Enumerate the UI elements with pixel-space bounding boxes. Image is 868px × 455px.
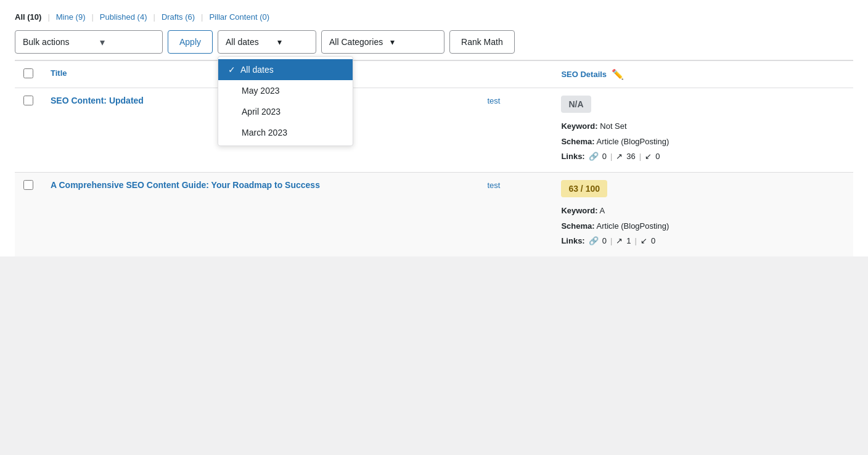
row1-internal-count: 0 (602, 149, 607, 165)
table-row: SEO Content: Updated test N/A Keyword: N… (15, 88, 853, 173)
posts-table: Title SEO Details ✏️ SEO Content: Updat (15, 60, 853, 256)
row2-title-cell: A Comprehensive SEO Content Guide: Your … (42, 173, 478, 257)
seo-details-link[interactable]: SEO Details (561, 70, 607, 79)
row1-schema-line: Schema: Article (BlogPosting) (561, 134, 845, 150)
row2-seo-score-badge: 63 / 100 (561, 180, 607, 197)
row2-keyword-value: A (600, 206, 605, 215)
row1-author-cell: test (478, 88, 552, 173)
row2-title-link[interactable]: A Comprehensive SEO Content Guide: Your … (51, 180, 320, 190)
external-link-icon: ↗ (616, 149, 623, 165)
row1-keyword-value: Not Set (600, 121, 626, 131)
row2-schema-label: Schema: (561, 221, 594, 231)
row2-links-line: Links: 🔗 0 | ↗ 1 | ↙ 0 (561, 234, 845, 249)
bulk-actions-label: Bulk actions (23, 37, 69, 47)
date-chevron-icon: ▾ (277, 37, 282, 47)
row2-seo-cell: 63 / 100 Keyword: A Schema: Article (Blo… (552, 173, 853, 257)
categories-select[interactable]: All Categories ▾ (321, 30, 444, 54)
sep-3: | (153, 12, 155, 22)
seo-details-header: SEO Details ✏️ (561, 68, 845, 80)
row1-author-link[interactable]: test (487, 96, 500, 105)
row1-checkbox[interactable] (23, 96, 33, 105)
toolbar: Bulk actions ▾ Apply All dates ▾ ✓ All d… (15, 30, 853, 60)
date-option-may-label: May 2023 (242, 86, 279, 96)
row2-checkbox[interactable] (23, 180, 33, 190)
seo-col-header: SEO Details ✏️ (552, 60, 853, 88)
bulk-actions-chevron-icon: ▾ (100, 36, 105, 48)
tab-mine[interactable]: Mine (9) (56, 12, 86, 22)
categories-label: All Categories (329, 37, 383, 47)
row1-links-label: Links: (561, 149, 584, 165)
sep-4: | (201, 12, 203, 22)
inbound-link-icon: ↙ (645, 149, 652, 165)
link-icon2: 🔗 (589, 234, 599, 249)
date-option-april[interactable]: April 2023 (218, 101, 353, 122)
bulk-actions-select[interactable]: Bulk actions ▾ (15, 30, 163, 54)
row1-keyword-line: Keyword: Not Set (561, 119, 845, 134)
row2-inbound-count: 0 (651, 234, 655, 249)
tab-drafts[interactable]: Drafts (6) (162, 12, 195, 22)
row2-seo-meta: Keyword: A Schema: Article (BlogPosting)… (561, 203, 845, 249)
row1-keyword-label: Keyword: (561, 121, 597, 131)
row2-internal-count: 0 (602, 234, 607, 249)
apply-button[interactable]: Apply (168, 30, 213, 54)
checkmark-icon: ✓ (228, 65, 235, 75)
row2-keyword-line: Keyword: A (561, 203, 845, 219)
row1-links-line: Links: 🔗 0 | ↗ 36 | ↙ 0 (561, 149, 845, 165)
external-link-icon2: ↗ (616, 234, 623, 249)
row2-author-cell: test (478, 173, 552, 257)
row1-seo-meta: Keyword: Not Set Schema: Article (BlogPo… (561, 119, 845, 165)
tab-all[interactable]: All (10) (15, 12, 41, 22)
date-dropdown-menu: ✓ All dates May 2023 April 2023 March 20… (218, 56, 353, 146)
pencil-icon[interactable]: ✏️ (612, 68, 624, 80)
date-select[interactable]: All dates ▾ (218, 30, 316, 54)
row2-keyword-label: Keyword: (561, 206, 597, 215)
tab-published[interactable]: Published (4) (100, 12, 147, 22)
date-filter-wrap: All dates ▾ ✓ All dates May 2023 April 2… (218, 30, 316, 54)
row1-external-count: 36 (626, 149, 635, 165)
inbound-link-icon2: ↙ (641, 234, 647, 249)
row1-schema-label: Schema: (561, 137, 594, 146)
date-option-all-label: All dates (240, 65, 274, 75)
date-select-label: All dates (226, 37, 259, 47)
sep-2: | (91, 12, 93, 22)
row2-links-label: Links: (561, 234, 584, 249)
title-sort-link[interactable]: Title (51, 68, 67, 78)
select-all-checkbox[interactable] (23, 68, 33, 78)
row1-title-link[interactable]: SEO Content: Updated (51, 96, 144, 105)
row2-external-count: 1 (626, 234, 631, 249)
row1-seo-score-badge: N/A (561, 96, 591, 113)
link-icon: 🔗 (589, 149, 599, 165)
row2-author-link[interactable]: test (487, 181, 500, 190)
select-all-col (15, 60, 42, 88)
tab-pillar-content[interactable]: Pillar Content (0) (209, 12, 269, 22)
row1-schema-value: Article (BlogPosting) (597, 137, 669, 146)
categories-chevron-icon: ▾ (390, 37, 395, 47)
date-option-may[interactable]: May 2023 (218, 80, 353, 101)
row1-seo-cell: N/A Keyword: Not Set Schema: Article (Bl… (552, 88, 853, 173)
row2-checkbox-cell (15, 173, 42, 257)
date-option-march-label: March 2023 (242, 128, 287, 137)
filter-tabs: All (10) | Mine (9) | Published (4) | Dr… (15, 12, 853, 22)
row1-checkbox-cell (15, 88, 42, 173)
table-header-row: Title SEO Details ✏️ (15, 60, 853, 88)
row1-inbound-count: 0 (655, 149, 660, 165)
row2-schema-value: Article (BlogPosting) (597, 221, 669, 231)
rank-math-button[interactable]: Rank Math (449, 30, 515, 54)
author-col-header (478, 60, 552, 88)
table-row: A Comprehensive SEO Content Guide: Your … (15, 173, 853, 257)
sep-1: | (47, 12, 49, 22)
date-option-march[interactable]: March 2023 (218, 122, 353, 143)
date-option-all[interactable]: ✓ All dates (218, 59, 353, 80)
date-option-april-label: April 2023 (242, 107, 280, 117)
row2-schema-line: Schema: Article (BlogPosting) (561, 219, 845, 234)
